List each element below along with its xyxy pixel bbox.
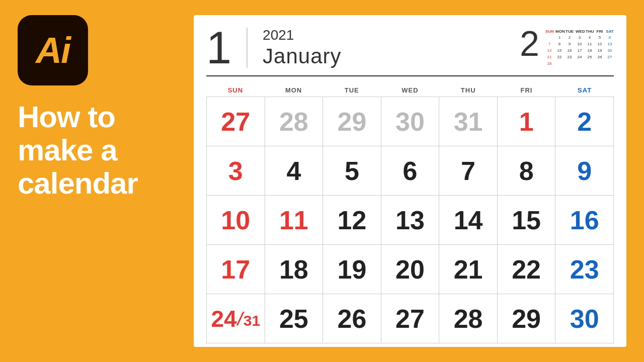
cal-day-15: 15 bbox=[498, 196, 556, 245]
cal-day-3: 3 bbox=[207, 146, 265, 196]
tagline-text: How to make a calendar bbox=[18, 101, 138, 200]
month-name-label: January bbox=[263, 44, 341, 68]
day-header-mon: MON bbox=[265, 84, 323, 97]
cal-day-2: 2 bbox=[555, 97, 614, 146]
cal-day-9: 9 bbox=[555, 146, 614, 196]
cal-day-25: 25 bbox=[265, 294, 324, 343]
day-header-sat: SAT bbox=[555, 84, 614, 97]
cal-day-22: 22 bbox=[498, 245, 556, 294]
cal-day-14: 14 bbox=[439, 196, 498, 245]
cal-day-28prev: 28 bbox=[265, 97, 324, 146]
cal-day-23: 23 bbox=[555, 245, 614, 294]
cal-day-19: 19 bbox=[323, 245, 381, 294]
cal-day-11: 11 bbox=[265, 196, 324, 245]
day-header-tue: TUE bbox=[323, 84, 381, 97]
tagline-line2: make a bbox=[18, 133, 117, 167]
cal-day-16: 16 bbox=[555, 196, 614, 245]
cal-day-12: 12 bbox=[323, 196, 381, 245]
calendar-header: 1 2021 January 2 SUN MON TUE WED THU bbox=[206, 25, 614, 76]
cal-day-6: 6 bbox=[381, 146, 440, 196]
cal-day-7: 7 bbox=[439, 146, 498, 196]
cal-day-17: 17 bbox=[207, 245, 265, 294]
cal-day-30: 30 bbox=[555, 294, 614, 343]
cal-day-21: 21 bbox=[439, 245, 498, 294]
tagline-line1: How to bbox=[18, 100, 115, 134]
cal-day-18: 18 bbox=[265, 245, 324, 294]
day-31: 31 bbox=[244, 313, 260, 328]
day-header-thu: THU bbox=[439, 84, 498, 97]
day-24: 24 bbox=[211, 307, 236, 330]
cal-day-29: 29 bbox=[498, 294, 556, 343]
cal-day-29prev: 29 bbox=[323, 97, 381, 146]
mini-calendar: 2 SUN MON TUE WED THU FRI SAT 1 2 bbox=[520, 29, 614, 67]
cal-day-24-31: 24 / 31 bbox=[207, 294, 265, 343]
cal-day-20: 20 bbox=[381, 245, 440, 294]
mini-month-number: 2 bbox=[520, 26, 539, 61]
month-left: 1 2021 January bbox=[206, 25, 341, 70]
cal-day-31prev: 31 bbox=[439, 97, 498, 146]
cal-day-27: 27 bbox=[381, 294, 440, 343]
month-number: 1 bbox=[206, 25, 231, 70]
left-panel: Ai How to make a calendar bbox=[0, 0, 191, 362]
cal-day-26: 26 bbox=[323, 294, 381, 343]
cal-day-10: 10 bbox=[207, 196, 265, 245]
cal-day-5: 5 bbox=[323, 146, 381, 196]
month-text: 2021 January bbox=[263, 27, 341, 68]
cal-day-27prev: 27 bbox=[207, 97, 265, 146]
day-header-fri: FRI bbox=[498, 84, 556, 97]
right-panel: 1 2021 January 2 SUN MON TUE WED THU bbox=[191, 0, 644, 362]
year-label: 2021 bbox=[263, 27, 341, 43]
calendar: 1 2021 January 2 SUN MON TUE WED THU bbox=[194, 15, 626, 347]
tagline-line3: calendar bbox=[18, 166, 138, 200]
day-header-sun: SUN bbox=[206, 84, 265, 97]
day-header-wed: WED bbox=[381, 84, 439, 97]
cal-day-1: 1 bbox=[498, 97, 556, 146]
header-divider bbox=[247, 28, 248, 68]
cal-day-30prev: 30 bbox=[381, 97, 440, 146]
day-headers-row: SUN MON TUE WED THU FRI SAT bbox=[206, 84, 614, 97]
ai-logo-text: Ai bbox=[36, 30, 70, 71]
cal-day-13: 13 bbox=[381, 196, 440, 245]
adobe-illustrator-logo: Ai bbox=[18, 15, 88, 85]
cal-day-4: 4 bbox=[265, 146, 324, 196]
calendar-grid: 27 28 29 30 31 1 2 3 4 5 6 7 8 9 10 11 1… bbox=[206, 97, 614, 343]
cal-day-8: 8 bbox=[498, 146, 556, 196]
cal-day-28: 28 bbox=[439, 294, 498, 343]
mini-cal-grid: SUN MON TUE WED THU FRI SAT 1 2 3 4 bbox=[545, 29, 614, 67]
